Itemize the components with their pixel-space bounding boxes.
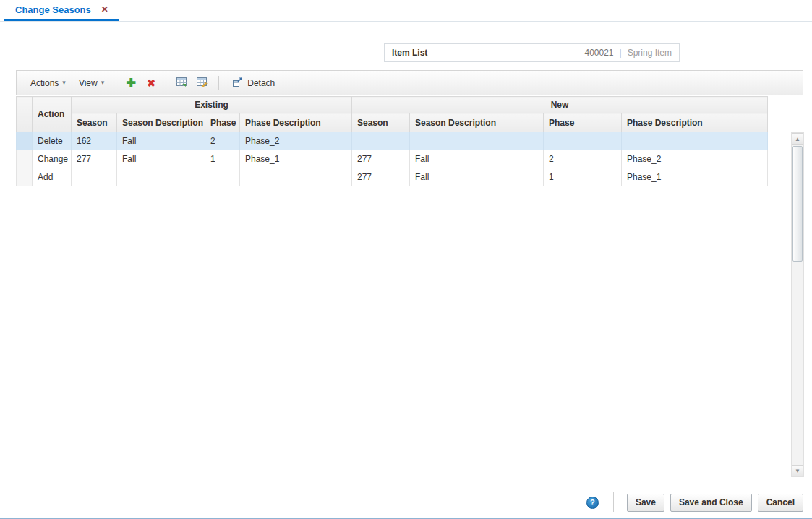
cell-new-season-description[interactable]: Fall: [410, 150, 544, 168]
cell-existing-phase-description[interactable]: Phase_2: [240, 132, 352, 150]
tab-close-icon[interactable]: ✕: [101, 4, 108, 14]
detach-button[interactable]: Detach: [226, 73, 281, 93]
item-list-box: Item List 400021 | Spring Item: [384, 43, 680, 62]
view-menu-label: View: [79, 78, 98, 88]
cell-new-phase[interactable]: 1: [544, 168, 622, 186]
add-icon: ✚: [127, 77, 136, 89]
cell-new-phase[interactable]: [544, 132, 622, 150]
cell-existing-season-description[interactable]: Fall: [117, 150, 205, 168]
table-row[interactable]: Change 277 Fall 1 Phase_1 277 Fall 2 Pha…: [17, 150, 768, 168]
export-to-excel-button[interactable]: [171, 74, 192, 93]
column-header-action: Action: [33, 97, 72, 132]
toolbar-separator: [218, 76, 219, 90]
detach-label: Detach: [247, 78, 275, 88]
chevron-down-icon: ▾: [101, 80, 105, 86]
cell-action[interactable]: Add: [33, 168, 72, 186]
delete-row-button[interactable]: ✖: [141, 74, 161, 93]
cell-existing-phase[interactable]: 2: [205, 132, 240, 150]
column-header-new-season: Season: [352, 113, 410, 132]
column-header-row: Season Season Description Phase Phase De…: [17, 113, 768, 132]
cell-existing-season[interactable]: 277: [72, 150, 117, 168]
seasons-table-container: Action Existing New Season Season Descri…: [16, 96, 768, 186]
view-menu-button[interactable]: View ▾: [72, 74, 111, 92]
import-from-excel-button[interactable]: [192, 74, 212, 93]
table-toolbar: Actions ▾ View ▾ ✚ ✖: [16, 70, 803, 95]
column-header-existing-season-description: Season Description: [117, 113, 205, 132]
tab-label: Change Seasons: [15, 4, 91, 15]
add-row-button[interactable]: ✚: [121, 74, 141, 93]
cell-new-season[interactable]: [352, 132, 410, 150]
cell-new-phase-description[interactable]: Phase_1: [622, 168, 768, 186]
tab-bar: Change Seasons ✕: [0, 0, 812, 22]
actions-menu-button[interactable]: Actions ▾: [24, 74, 72, 92]
cell-new-phase-description[interactable]: Phase_2: [622, 150, 768, 168]
cell-existing-phase[interactable]: [205, 168, 240, 186]
column-header-existing-phase: Phase: [205, 113, 240, 132]
item-description: Spring Item: [628, 48, 672, 58]
cell-existing-phase-description[interactable]: Phase_1: [240, 150, 352, 168]
row-selector[interactable]: [17, 132, 33, 150]
cell-existing-season[interactable]: [72, 168, 117, 186]
vertical-scrollbar[interactable]: ▲ ▼: [791, 132, 804, 477]
group-header-new: New: [352, 97, 768, 113]
actions-menu-label: Actions: [30, 78, 59, 88]
cell-new-phase[interactable]: 2: [544, 150, 622, 168]
table-row[interactable]: Add 277 Fall 1 Phase_1: [17, 168, 768, 186]
table-row[interactable]: Delete 162 Fall 2 Phase_2: [17, 132, 768, 150]
cancel-button[interactable]: Cancel: [758, 494, 803, 512]
item-meta: 400021 | Spring Item: [584, 48, 672, 58]
column-header-existing-season: Season: [72, 113, 117, 132]
cell-existing-season[interactable]: 162: [72, 132, 117, 150]
cell-existing-phase-description[interactable]: [240, 168, 352, 186]
tab-change-seasons[interactable]: Change Seasons ✕: [4, 0, 119, 21]
save-and-close-button[interactable]: Save and Close: [670, 494, 752, 512]
cell-new-season-description[interactable]: Fall: [410, 168, 544, 186]
help-icon[interactable]: ?: [586, 497, 599, 509]
import-from-excel-icon: [196, 76, 208, 90]
scroll-up-button[interactable]: ▲: [792, 133, 803, 145]
delete-icon: ✖: [147, 78, 155, 88]
detach-icon: [232, 77, 243, 90]
item-list-label: Item List: [392, 48, 427, 58]
column-header-new-season-description: Season Description: [410, 113, 544, 132]
cell-new-season[interactable]: 277: [352, 168, 410, 186]
group-header-row: Action Existing New: [17, 97, 768, 113]
item-separator: |: [620, 48, 622, 58]
footer-divider: [613, 492, 614, 512]
save-button[interactable]: Save: [627, 494, 664, 512]
row-selector[interactable]: [17, 168, 33, 186]
scrollbar-thumb[interactable]: [792, 146, 803, 262]
row-selector-header: [17, 97, 33, 132]
chevron-down-icon: ▾: [62, 80, 66, 86]
column-header-existing-phase-description: Phase Description: [240, 113, 352, 132]
column-header-new-phase: Phase: [544, 113, 622, 132]
cell-new-phase-description[interactable]: [622, 132, 768, 150]
cell-existing-phase[interactable]: 1: [205, 150, 240, 168]
cell-new-season[interactable]: 277: [352, 150, 410, 168]
cell-existing-season-description[interactable]: Fall: [117, 132, 205, 150]
cell-action[interactable]: Delete: [33, 132, 72, 150]
export-to-excel-icon: [176, 76, 187, 90]
row-selector[interactable]: [17, 150, 33, 168]
footer-action-bar: ? Save Save and Close Cancel: [0, 489, 812, 516]
cell-action[interactable]: Change: [33, 150, 72, 168]
seasons-table: Action Existing New Season Season Descri…: [16, 96, 768, 186]
column-header-new-phase-description: Phase Description: [622, 113, 768, 132]
scroll-down-button[interactable]: ▼: [792, 465, 803, 476]
item-number: 400021: [584, 48, 613, 58]
group-header-existing: Existing: [72, 97, 352, 113]
cell-new-season-description[interactable]: [410, 132, 544, 150]
cell-existing-season-description[interactable]: [117, 168, 205, 186]
